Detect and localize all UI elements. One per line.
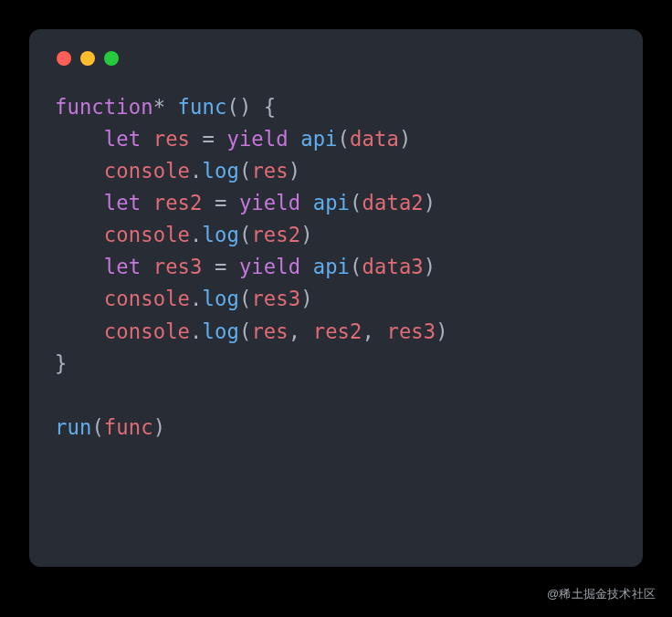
- code-token: res: [153, 127, 190, 151]
- code-line: console.log(res): [55, 155, 617, 187]
- code-token: ): [300, 287, 312, 310]
- code-token: console: [104, 223, 190, 246]
- code-token: ): [289, 159, 300, 183]
- code-token: api: [313, 255, 350, 278]
- code-token: let: [104, 191, 141, 214]
- code-token: [55, 191, 104, 214]
- code-token: (: [239, 223, 251, 246]
- code-token: (: [239, 159, 251, 183]
- code-token: .: [190, 223, 202, 246]
- code-line: function* func() {: [55, 91, 617, 123]
- code-token: yield: [226, 127, 288, 151]
- code-token: function: [55, 95, 153, 119]
- code-token: [141, 255, 152, 278]
- code-token: log: [203, 287, 239, 310]
- code-token: console: [104, 319, 190, 343]
- code-token: log: [203, 319, 239, 343]
- code-token: yield: [239, 255, 300, 278]
- code-token: console: [104, 287, 190, 310]
- code-token: ): [424, 255, 436, 278]
- code-token: .: [190, 159, 202, 183]
- code-token: res2: [251, 223, 300, 246]
- code-line: console.log(res, res2, res3): [55, 316, 617, 348]
- zoom-icon[interactable]: [104, 51, 119, 66]
- code-token: (: [338, 127, 350, 151]
- code-token: func: [178, 95, 227, 119]
- code-token: ,: [289, 319, 313, 343]
- code-token: [141, 127, 152, 151]
- code-token: console: [104, 159, 190, 183]
- minimize-icon[interactable]: [80, 51, 95, 66]
- code-line: run(func): [55, 412, 617, 444]
- code-token: log: [203, 223, 239, 246]
- code-token: res2: [153, 191, 203, 214]
- code-line: let res2 = yield api(data2): [55, 187, 617, 219]
- code-token: [289, 127, 300, 151]
- code-token: [55, 159, 104, 183]
- code-token: .: [190, 287, 202, 310]
- code-token: =: [203, 191, 239, 214]
- window-controls: [57, 51, 617, 66]
- code-token: (: [91, 415, 103, 439]
- code-window: function* func() { let res = yield api(d…: [29, 29, 643, 567]
- code-token: (: [239, 319, 251, 343]
- code-token: [300, 255, 312, 278]
- code-line: console.log(res2): [55, 219, 617, 251]
- watermark-text: @稀土掘金技术社区: [547, 586, 656, 602]
- code-token: ): [300, 223, 312, 246]
- code-line: let res = yield api(data): [55, 123, 617, 155]
- code-token: run: [55, 415, 91, 439]
- code-token: res3: [251, 287, 300, 310]
- code-line: let res3 = yield api(data3): [55, 251, 617, 283]
- code-token: [55, 287, 104, 310]
- code-token: (: [350, 255, 362, 278]
- code-token: (: [239, 287, 251, 310]
- code-line: }: [55, 348, 617, 380]
- code-token: res3: [153, 255, 203, 278]
- code-token: res: [251, 319, 288, 343]
- code-token: [300, 191, 312, 214]
- code-token: ,: [362, 319, 387, 343]
- close-icon[interactable]: [57, 51, 71, 66]
- code-block: function* func() { let res = yield api(d…: [55, 91, 617, 444]
- code-token: ): [399, 127, 411, 151]
- code-token: api: [300, 127, 337, 151]
- code-token: log: [203, 159, 239, 183]
- code-token: res3: [386, 319, 436, 343]
- code-token: func: [104, 415, 153, 439]
- code-token: data3: [362, 255, 424, 278]
- code-token: [55, 127, 104, 151]
- code-token: () {: [226, 95, 276, 119]
- code-token: =: [203, 255, 239, 278]
- code-token: data2: [362, 191, 424, 214]
- code-line: console.log(res3): [55, 283, 617, 315]
- code-token: api: [313, 191, 350, 214]
- code-token: ): [424, 191, 436, 214]
- code-token: let: [104, 255, 141, 278]
- code-token: =: [190, 127, 226, 151]
- code-token: ): [436, 319, 447, 343]
- code-token: yield: [239, 191, 300, 214]
- code-token: res: [251, 159, 288, 183]
- code-token: .: [190, 319, 202, 343]
- code-token: *: [153, 95, 178, 119]
- code-token: res2: [313, 319, 362, 343]
- code-token: let: [104, 127, 141, 151]
- code-token: [55, 223, 104, 246]
- code-token: data: [350, 127, 399, 151]
- code-line: [55, 380, 617, 412]
- code-token: [141, 191, 152, 214]
- code-token: ): [153, 415, 165, 439]
- code-token: [55, 255, 104, 278]
- code-token: }: [55, 351, 67, 375]
- code-token: (: [350, 191, 362, 214]
- code-token: [55, 319, 104, 343]
